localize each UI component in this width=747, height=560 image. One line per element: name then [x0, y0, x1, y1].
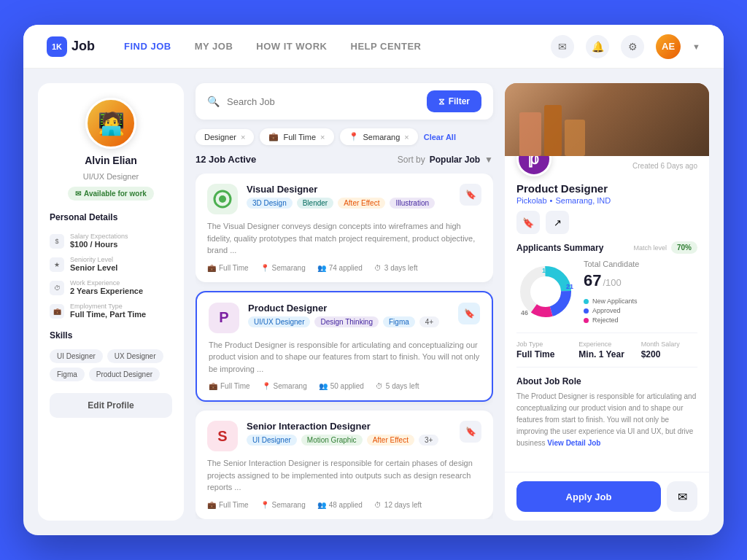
employment-value: Full Time, Part Time	[70, 310, 146, 319]
svg-point-1	[219, 195, 226, 203]
tag-illustration: Illustration	[390, 198, 435, 209]
job-applied-2: 50 applied	[330, 382, 364, 390]
job-loc-3: Semarang	[272, 501, 306, 509]
job-logo-product: P	[209, 303, 239, 333]
job-desc-3: The Senior Interaction Designer is respo…	[207, 457, 481, 494]
employment-icon: 💼	[50, 304, 64, 319]
job-logo-visual	[207, 184, 238, 214]
sort-by: Sort by Popular Job ▼	[398, 155, 493, 165]
filter-tag-semarang[interactable]: 📍 Semarang ×	[340, 128, 418, 145]
loc-icon: 📍	[260, 264, 269, 272]
job-desc-2: The Product Designer is responsible for …	[209, 339, 480, 376]
skill-figma: Figma	[50, 368, 85, 381]
search-bar: 🔍 ⧖ Filter	[196, 83, 493, 120]
company-info: Pickolab • Semarang, IND	[516, 196, 697, 205]
legend-new: New Applicants	[584, 298, 639, 305]
experience-icon: ⏱	[50, 281, 64, 295]
job-detail-panel: 𝕡 Created 6 Days ago Product Designer Pi…	[505, 83, 709, 521]
job-title-1: Visual Designer	[247, 184, 451, 195]
job-meta-2: 💼Full Time 📍Semarang 👥50 applied ⏱5 days…	[209, 382, 480, 390]
filter-tag-fulltime[interactable]: 💼 Full Time ×	[260, 128, 333, 145]
location-icon: 📍	[349, 132, 359, 141]
bookmark-icon-2[interactable]: 🔖	[458, 303, 480, 324]
salary-stat: Month Salary $200	[641, 341, 697, 359]
view-detail-link[interactable]: View Detail Job	[547, 439, 600, 447]
sort-by-label: Sort by	[398, 155, 425, 165]
briefcase-icon: 💼	[268, 132, 279, 141]
share-job-button[interactable]: ↗	[546, 211, 569, 234]
sort-chevron-icon[interactable]: ▼	[484, 155, 493, 165]
job-tags-2: UI/UX Designer Design Thinking Figma 4+	[248, 316, 449, 327]
job-title-2: Product Designer	[248, 303, 449, 314]
job-card-1[interactable]: Visual Designer 3D Design Blender After …	[196, 174, 493, 282]
messages-icon[interactable]: ✉	[551, 35, 574, 58]
remove-fulltime-icon[interactable]: ×	[320, 133, 325, 141]
save-job-button[interactable]: 🔖	[516, 211, 540, 234]
personal-details: Personal Details $ Salary Expectations $…	[50, 212, 172, 319]
apply-job-button[interactable]: Apply Job	[516, 481, 661, 512]
legend-approved: Approved	[584, 307, 639, 314]
match-level-badge: 70%	[671, 241, 697, 254]
search-input[interactable]	[227, 96, 419, 107]
edit-profile-button[interactable]: Edit Profile	[50, 393, 172, 418]
job-logo-senior: S	[207, 421, 238, 451]
skills-title: Skills	[50, 330, 172, 341]
bookmark-icon-3[interactable]: 🔖	[460, 421, 481, 443]
chevron-down-icon[interactable]: ▼	[692, 42, 700, 51]
job-loc-2: Semarang	[274, 382, 307, 390]
filter-button[interactable]: ⧖ Filter	[427, 90, 481, 112]
job-tags-3: UI Designer Motion Graphic After Effect …	[247, 435, 451, 446]
job-days-3: 12 days left	[384, 501, 422, 509]
job-card-3[interactable]: S Senior Interaction Designer UI Designe…	[196, 411, 493, 519]
filter-tag-fulltime-label: Full Time	[283, 133, 316, 141]
match-level-label: Match level	[633, 244, 667, 252]
about-role: About Job Role The Product Designer is r…	[516, 376, 697, 449]
chart-stats: Total Candidate 67 /100 New Applicants	[584, 260, 639, 324]
clear-all-button[interactable]: Clear All	[424, 133, 456, 141]
job-list-column: 🔍 ⧖ Filter Designer × 💼 Full Time ×	[196, 83, 493, 521]
job-applied-1: 74 applied	[329, 264, 363, 272]
settings-icon[interactable]: ⚙	[621, 35, 644, 58]
available-badge: ✉ Available for work	[68, 187, 154, 201]
dot-separator: •	[550, 196, 553, 205]
nav-how-it-work[interactable]: HOW IT WORK	[256, 41, 327, 52]
job-type-1: Full Time	[219, 264, 249, 272]
tag-3ddesign: 3D Design	[247, 198, 293, 209]
employment-label: Employment Type	[70, 303, 146, 310]
tag-aftereffect-3: After Effect	[367, 435, 414, 446]
remove-designer-icon[interactable]: ×	[241, 133, 245, 141]
profile-section: 🧑‍💻 Alvin Elian UI/UX Designer ✉ Availab…	[50, 98, 172, 201]
job-type-3: Full Time	[219, 501, 249, 509]
job-tags-1: 3D Design Blender After Effect Illustrat…	[247, 198, 451, 209]
sort-value: Popular Job	[430, 155, 480, 165]
filter-tag-designer[interactable]: Designer ×	[196, 129, 254, 145]
nav-help-center[interactable]: HELP CENTER	[351, 41, 422, 52]
bookmark-icon-1[interactable]: 🔖	[460, 184, 481, 206]
job-type-stat: Job Type Full Time	[516, 341, 573, 359]
legend-dot-approved	[584, 308, 589, 314]
sidebar: 🧑‍💻 Alvin Elian UI/UX Designer ✉ Availab…	[38, 83, 184, 521]
nav-my-job[interactable]: MY JOB	[195, 41, 233, 52]
job-type-2: Full Time	[220, 382, 250, 390]
message-button[interactable]: ✉	[667, 481, 697, 512]
salary-label: Salary Expectations	[70, 233, 128, 240]
chart-legend: New Applicants Approved Rejected	[584, 298, 639, 324]
notifications-icon[interactable]: 🔔	[586, 35, 609, 58]
job-desc-1: The Visual Designer conveys design conce…	[207, 220, 481, 257]
tag-blender: Blender	[297, 198, 333, 209]
job-card-2[interactable]: P Product Designer UI/UX Designer Design…	[196, 291, 493, 402]
job-applied-3: 48 applied	[329, 501, 363, 509]
created-ago: Created 6 Days ago	[632, 162, 697, 170]
search-icon: 🔍	[207, 96, 220, 107]
check-icon: ✉	[75, 190, 81, 198]
remove-semarang-icon[interactable]: ×	[404, 133, 409, 141]
clock-icon-2: ⏱	[376, 382, 383, 390]
logo-text: Job	[71, 39, 95, 54]
tag-uiux: UI/UX Designer	[248, 316, 310, 327]
user-avatar[interactable]: AE	[656, 34, 681, 59]
available-text: Available for work	[84, 190, 147, 198]
job-meta-3: 💼Full Time 📍Semarang 👥48 applied ⏱12 day…	[207, 501, 481, 509]
company-header: 𝕡 Created 6 Days ago	[516, 156, 697, 176]
avatar: 🧑‍💻	[85, 98, 136, 149]
nav-find-job[interactable]: FIND JOB	[124, 41, 171, 52]
